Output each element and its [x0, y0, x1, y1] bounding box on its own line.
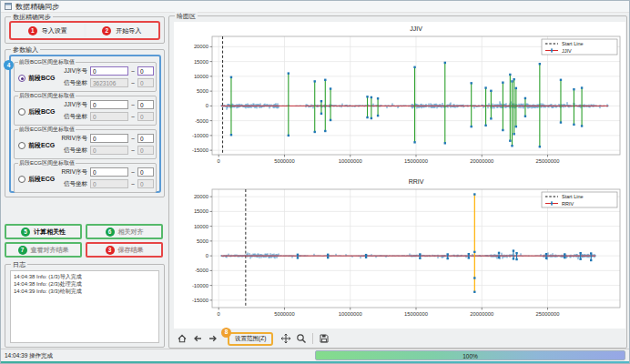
svg-text:15000: 15000: [194, 59, 208, 65]
radio-button[interactable]: [18, 176, 25, 183]
title-bar: 数据精确同步: [1, 1, 629, 13]
jjiv-chart[interactable]: 0500000010000000150000002000000025000000…: [174, 22, 625, 175]
step-badge-1: 1: [28, 26, 37, 35]
param-row-0: RRIV序号~: [58, 167, 154, 177]
param-section-0: 前段BCG区间坐标取值前段BCGJJIV序号~信号坐标~: [14, 62, 157, 92]
svg-text:5000: 5000: [197, 88, 208, 94]
range-tilde: ~: [131, 80, 135, 86]
params-group: 参数输入 4 前段BCG区间坐标取值前段BCGJJIV序号~信号坐标~后段BCG…: [5, 49, 165, 197]
step-badge-7: 7: [18, 246, 27, 255]
svg-text:-10000: -10000: [192, 283, 208, 288]
button-label: 查看对齐结果: [31, 246, 69, 255]
radio-button[interactable]: [18, 108, 25, 116]
forward-icon[interactable]: [207, 332, 219, 345]
svg-text:25000000: 25000000: [536, 158, 560, 164]
step-badge-4: 4: [4, 60, 14, 70]
radio-前段BCG: 前段BCG: [18, 74, 56, 83]
import-settings-button[interactable]: 1导入设置: [12, 24, 84, 37]
param-row-1: 信号坐标~: [58, 78, 154, 87]
params-group-label: 参数输入: [11, 46, 40, 54]
status-bar: 14:04:39 操作完成 100%: [1, 349, 629, 361]
radio-button[interactable]: [18, 75, 25, 82]
value-from-input: [90, 146, 128, 155]
import-annotation-rect: 1导入设置2开始导入: [9, 21, 160, 40]
param-row-1: 信号坐标~: [58, 112, 154, 121]
param-row-1: 信号坐标~: [58, 179, 154, 188]
button-label: 导入设置: [42, 26, 67, 35]
save-results-button[interactable]: 3保存结果: [86, 242, 163, 258]
svg-text:0: 0: [218, 158, 220, 164]
value-from-input[interactable]: [90, 167, 128, 177]
set-range-button[interactable]: 设置范围(Z)8: [228, 332, 273, 346]
log-group-label: 日志: [11, 260, 27, 268]
save-icon[interactable]: [318, 332, 330, 345]
svg-text:20000000: 20000000: [470, 158, 493, 164]
svg-text:-15000: -15000: [192, 298, 208, 303]
step-badge-3: 3: [106, 246, 115, 255]
value-from-input: [90, 112, 128, 121]
svg-text:20000000: 20000000: [470, 311, 493, 317]
step-badge-5: 5: [21, 228, 30, 237]
value-to-input[interactable]: [137, 167, 154, 177]
value-to-input: [137, 78, 154, 87]
value-to-input[interactable]: [137, 100, 154, 109]
button-label: 相关对齐: [118, 228, 144, 237]
range-tilde: ~: [131, 68, 135, 75]
window-title: 数据精确同步: [15, 2, 59, 12]
param-row-0: JJIV序号~: [58, 100, 154, 109]
range-tilde: ~: [131, 136, 135, 142]
svg-text:10000: 10000: [194, 224, 208, 229]
range-tilde: ~: [131, 102, 135, 108]
field-label: 信号坐标: [58, 79, 87, 87]
correlate-align-button[interactable]: 6相关对齐: [86, 224, 163, 239]
svg-text:10000000: 10000000: [339, 311, 362, 317]
svg-text:RRIV: RRIV: [409, 178, 424, 185]
value-to-input[interactable]: [137, 134, 154, 143]
rriv-chart[interactable]: 0500000010000000150000002000000025000000…: [174, 175, 625, 328]
field-label: 信号坐标: [58, 180, 87, 188]
plot-area-label: 绘图区: [175, 12, 198, 20]
range-tilde: ~: [131, 181, 135, 187]
radio-前段ECG: 前段ECG: [18, 141, 55, 150]
param-row-1: 信号坐标~: [58, 146, 154, 155]
param-section-title: 后段ECG区间坐标取值: [18, 160, 76, 167]
radio-label: 前段BCG: [28, 74, 56, 83]
step-badge-6: 6: [106, 228, 115, 237]
svg-text:20000: 20000: [194, 194, 208, 199]
value-to-input[interactable]: [137, 66, 154, 76]
zoom-icon[interactable]: [295, 332, 308, 345]
value-from-input[interactable]: [90, 134, 128, 143]
back-icon[interactable]: [191, 332, 204, 345]
range-tilde: ~: [131, 114, 135, 120]
log-entry: 14:04:38 Info: (2/3)处理完成: [14, 280, 156, 288]
value-to-input: [137, 146, 154, 155]
view-alignment-button[interactable]: 7查看对齐结果: [5, 242, 82, 258]
svg-text:10000000: 10000000: [339, 158, 362, 164]
start-import-button[interactable]: 2开始导入: [86, 24, 158, 37]
value-from-input[interactable]: [90, 100, 128, 109]
progress-label: 100%: [316, 353, 625, 359]
svg-text:5000000: 5000000: [274, 158, 295, 164]
calc-correlation-button[interactable]: 5计算相关性: [5, 224, 82, 239]
pan-icon[interactable]: [279, 332, 292, 345]
app-window: 数据精确同步 数据精确同步 1导入设置2开始导入 参数输入 4 前段BCG区间坐…: [0, 0, 630, 364]
home-icon[interactable]: [176, 332, 188, 345]
app-icon: [5, 3, 12, 10]
radio-label: 前段ECG: [28, 141, 55, 150]
window-border: [1, 361, 629, 363]
radio-button[interactable]: [18, 142, 25, 149]
svg-text:15000: 15000: [194, 208, 208, 214]
svg-text:JJIV: JJIV: [562, 48, 572, 54]
button-label: 开始导入: [116, 26, 141, 35]
field-label: JJIV序号: [58, 101, 87, 109]
svg-text:-10000: -10000: [192, 133, 208, 138]
action-button-grid: 5计算相关性6相关对齐7查看对齐结果3保存结果: [5, 224, 165, 258]
range-tilde: ~: [131, 147, 135, 154]
value-from-input[interactable]: [90, 66, 128, 76]
svg-text:Start Line: Start Line: [562, 194, 584, 199]
radio-label: 后段BCG: [28, 107, 56, 116]
plot-toolbar: 设置范围(Z)8: [174, 330, 623, 347]
set-range-label: 设置范围(Z): [235, 335, 266, 341]
svg-text:10000: 10000: [194, 74, 208, 79]
param-section-3: 后段ECG区间坐标取值后段ECGRRIV序号~信号坐标~: [14, 163, 157, 193]
